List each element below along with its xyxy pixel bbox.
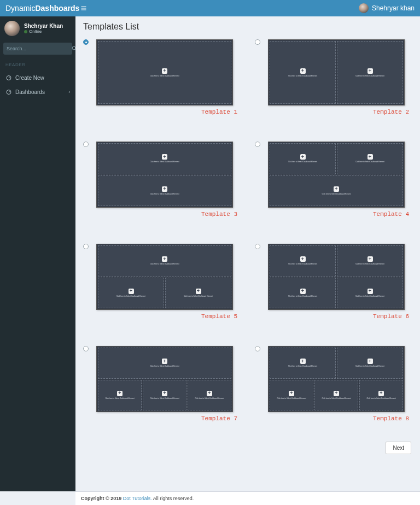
plus-icon: + [378, 391, 384, 396]
plus-icon: + [368, 289, 373, 294]
preview-row: +Click here to Select Dashboard Element [98, 348, 231, 379]
preview-cell-label: Click here to Select Dashboard Element [150, 75, 179, 77]
bars-icon [80, 5, 87, 11]
nav-label: Create New [15, 75, 44, 81]
avatar [4, 21, 20, 36]
preview-cell-label: Click here to Select Dashboard Element [150, 365, 179, 367]
preview-row: +Click here to Select Dashboard Element+… [98, 278, 231, 309]
preview-row: +Click here to Select Dashboard Element+… [98, 380, 231, 411]
templates-grid: +Click here to Select Dashboard ElementT… [83, 39, 412, 422]
template-label: Template 3 [83, 211, 241, 218]
template-item-4: +Click here to Select Dashboard Element+… [255, 142, 412, 218]
sidebar-user-info: Shehryar Khan Online [24, 23, 63, 34]
template-label: Template 2 [255, 109, 412, 115]
preview-row: +Click here to Select Dashboard Element+… [270, 278, 403, 309]
plus-icon: + [300, 154, 306, 160]
footer: Copyright © 2019 Dot Tutorials. All righ… [75, 491, 420, 505]
preview-cell: +Click here to Select Dashboard Element [98, 143, 231, 174]
svg-line-6 [9, 77, 10, 78]
preview-cell: +Click here to Select Dashboard Element [359, 380, 403, 411]
template-preview-5[interactable]: +Click here to Select Dashboard Element+… [96, 244, 233, 310]
preview-row: +Click here to Select Dashboard Element [98, 41, 231, 104]
page-title: Templates List [83, 22, 412, 32]
preview-row: +Click here to Select Dashboard Element+… [270, 143, 403, 174]
template-item-7: +Click here to Select Dashboard Element+… [83, 346, 241, 422]
plus-icon: + [300, 289, 306, 294]
status-text: Online [29, 29, 42, 34]
preview-cell-label: Click here to Select Dashboard Element [355, 263, 384, 265]
preview-cell-label: Click here to Select Dashboard Element [322, 193, 351, 195]
search-input[interactable] [3, 46, 71, 51]
template-preview-1[interactable]: +Click here to Select Dashboard Element [96, 39, 233, 105]
topbar: DynamicDashboards Shehryar khan [0, 0, 420, 16]
preview-cell-label: Click here to Select Dashboard Element [288, 161, 317, 163]
template-radio-2[interactable] [255, 39, 260, 45]
next-button[interactable]: Next [386, 442, 411, 454]
preview-cell-label: Click here to Select Dashboard Element [105, 397, 134, 400]
preview-cell: +Click here to Select Dashboard Element [270, 348, 336, 379]
sidebar-toggle-button[interactable] [75, 0, 92, 16]
plus-icon: + [162, 256, 167, 262]
preview-cell: +Click here to Select Dashboard Element [98, 278, 164, 309]
plus-icon: + [289, 391, 294, 396]
template-preview-7[interactable]: +Click here to Select Dashboard Element+… [96, 346, 233, 412]
plus-icon: + [334, 186, 339, 192]
sidebar-user-panel: Shehryar Khan Online [0, 16, 75, 40]
template-item-5: +Click here to Select Dashboard Element+… [83, 244, 241, 320]
preview-cell: +Click here to Select Dashboard Element [270, 380, 313, 411]
preview-cell: +Click here to Select Dashboard Element [270, 41, 336, 104]
template-preview-6[interactable]: +Click here to Select Dashboard Element+… [268, 244, 405, 310]
preview-cell: +Click here to Select Dashboard Element [337, 348, 403, 379]
plus-icon: + [162, 359, 167, 364]
plus-icon: + [368, 68, 373, 74]
brand-left: Dynamic [5, 4, 35, 13]
template-radio-7[interactable] [83, 346, 89, 351]
template-radio-1[interactable] [83, 39, 89, 45]
preview-cell-label: Click here to Select Dashboard Element [150, 263, 179, 265]
sidebar-user-name: Shehryar Khan [24, 23, 63, 29]
template-preview-8[interactable]: +Click here to Select Dashboard Element+… [268, 346, 405, 412]
preview-cell: +Click here to Select Dashboard Element [98, 175, 231, 207]
brand-logo[interactable]: DynamicDashboards [0, 0, 75, 16]
template-radio-5[interactable] [83, 244, 89, 249]
template-preview-3[interactable]: +Click here to Select Dashboard Element+… [96, 142, 233, 208]
preview-row: +Click here to Select Dashboard Element [98, 245, 231, 277]
plus-icon: + [300, 68, 306, 74]
plus-icon: + [300, 256, 306, 262]
preview-cell-label: Click here to Select Dashboard Element [355, 75, 384, 77]
nav-dashboards[interactable]: Dashboards ‹ [0, 85, 75, 99]
preview-cell-label: Click here to Select Dashboard Element [322, 397, 351, 400]
gauge-icon [5, 89, 12, 95]
plus-icon: + [117, 391, 122, 396]
template-label: Template 4 [255, 211, 412, 218]
nav-create-new[interactable]: Create New [0, 71, 75, 85]
sidebar-user-status: Online [24, 29, 63, 34]
preview-row: +Click here to Select Dashboard Element [270, 175, 403, 207]
topbar-user-menu[interactable]: Shehryar khan [359, 3, 420, 13]
preview-cell: +Click here to Select Dashboard Element [98, 380, 142, 411]
preview-cell: +Click here to Select Dashboard Element [337, 245, 403, 277]
plus-icon: + [196, 289, 201, 294]
preview-row: +Click here to Select Dashboard Element+… [270, 348, 403, 379]
template-preview-2[interactable]: +Click here to Select Dashboard Element+… [268, 39, 405, 105]
template-item-8: +Click here to Select Dashboard Element+… [255, 346, 412, 422]
template-item-2: +Click here to Select Dashboard Element+… [255, 39, 412, 115]
online-dot-icon [24, 30, 27, 33]
preview-cell-label: Click here to Select Dashboard Element [150, 161, 179, 163]
preview-cell-label: Click here to Select Dashboard Element [150, 193, 179, 195]
template-radio-8[interactable] [255, 346, 260, 351]
template-radio-4[interactable] [255, 142, 260, 147]
footer-link[interactable]: Dot Tutorials. [123, 496, 152, 501]
template-preview-4[interactable]: +Click here to Select Dashboard Element+… [268, 142, 405, 208]
preview-cell: +Click here to Select Dashboard Element [270, 278, 336, 309]
chevron-left-icon: ‹ [68, 90, 70, 95]
template-radio-6[interactable] [255, 244, 260, 249]
preview-cell: +Click here to Select Dashboard Element [143, 380, 186, 411]
template-radio-3[interactable] [83, 142, 89, 147]
sidebar-search [3, 43, 72, 55]
preview-cell-label: Click here to Select Dashboard Element [116, 295, 145, 297]
sidebar-section-header: HEADER [0, 59, 75, 71]
plus-icon: + [207, 391, 212, 396]
preview-cell: +Click here to Select Dashboard Element [337, 41, 403, 104]
gauge-icon [5, 74, 12, 81]
